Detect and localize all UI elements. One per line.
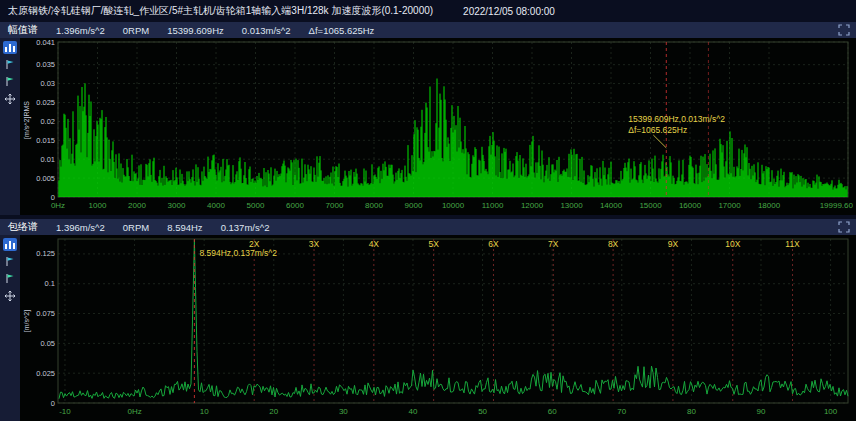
svg-text:30: 30: [339, 407, 348, 416]
svg-text:15399.609Hz,0.013m/s^2: 15399.609Hz,0.013m/s^2: [628, 114, 725, 124]
svg-text:0.015: 0.015: [36, 136, 55, 145]
svg-text:[m/s^2]: [m/s^2]: [23, 310, 31, 332]
svg-text:8000: 8000: [365, 201, 383, 210]
svg-text:[m/s^2]RMS: [m/s^2]RMS: [23, 101, 31, 139]
svg-text:7000: 7000: [326, 201, 344, 210]
svg-text:11X: 11X: [785, 239, 800, 249]
stat-cursor-amplitude: 0.137m/s^2: [221, 222, 270, 233]
envelope-panel-body: 8.594Hz,0.137m/s^22X3X4X5X6X7X8X9X10X11X…: [0, 235, 856, 421]
svg-text:17000: 17000: [718, 201, 741, 210]
svg-text:0.05: 0.05: [40, 339, 55, 348]
svg-text:0.125: 0.125: [36, 249, 55, 258]
svg-text:14000: 14000: [600, 201, 623, 210]
svg-text:0.1: 0.1: [45, 279, 55, 288]
stat-overall-amplitude: 1.396m/s^2: [56, 25, 105, 36]
topbar: 太原钢铁/冷轧硅钢厂/酸连轧_作业区/5#主轧机/齿轮箱1轴输入端3H/128k…: [0, 0, 856, 22]
stat-cursor-frequency: 8.594Hz: [167, 222, 202, 233]
flag-icon[interactable]: [3, 75, 17, 88]
svg-text:0: 0: [51, 193, 55, 202]
svg-text:3000: 3000: [168, 201, 186, 210]
svg-text:90: 90: [757, 407, 766, 416]
stat-rpm: 0RPM: [123, 25, 149, 36]
svg-text:40: 40: [409, 407, 418, 416]
stat-rpm: 0RPM: [123, 222, 149, 233]
svg-text:19999.60: 19999.60: [820, 201, 854, 210]
stat-delta-f: Δf=1065.625Hz: [309, 25, 375, 36]
svg-text:11000: 11000: [482, 201, 504, 210]
envelope-spectrum-panel: 包络谱 1.396m/s^2 0RPM 8.594Hz 0.137m/s^2: [0, 219, 856, 421]
envelope-spectrum-chart[interactable]: 8.594Hz,0.137m/s^22X3X4X5X6X7X8X9X10X11X…: [20, 235, 856, 421]
vibration-analysis-app: 太原钢铁/冷轧硅钢厂/酸连轧_作业区/5#主轧机/齿轮箱1轴输入端3H/128k…: [0, 0, 856, 421]
svg-text:0.02: 0.02: [40, 117, 55, 126]
svg-text:0.025: 0.025: [36, 98, 55, 107]
svg-text:0.025: 0.025: [36, 369, 55, 378]
spectrum-tool-icon[interactable]: [3, 41, 17, 54]
amplitude-spectrum-chart[interactable]: 15399.609Hz,0.013m/s^2Δf=1065.625Hz0Hz10…: [20, 38, 856, 215]
breadcrumb: 太原钢铁/冷轧硅钢厂/酸连轧_作业区/5#主轧机/齿轮箱1轴输入端3H/128k…: [8, 4, 433, 18]
expand-icon[interactable]: [838, 221, 850, 233]
flag-icon[interactable]: [3, 58, 17, 71]
svg-text:4X: 4X: [369, 239, 380, 249]
svg-text:0.035: 0.035: [36, 60, 55, 69]
svg-text:2X: 2X: [249, 239, 260, 249]
svg-text:0.075: 0.075: [36, 309, 55, 318]
svg-text:70: 70: [617, 407, 626, 416]
flag-icon[interactable]: [3, 255, 17, 268]
svg-text:0Hz: 0Hz: [127, 407, 141, 416]
svg-text:4000: 4000: [207, 201, 225, 210]
svg-text:1000: 1000: [89, 201, 107, 210]
spectrum-tool-icon[interactable]: [3, 238, 17, 251]
svg-text:5X: 5X: [428, 239, 439, 249]
flag-icon[interactable]: [3, 272, 17, 285]
svg-text:12000: 12000: [521, 201, 544, 210]
svg-text:18000: 18000: [758, 201, 781, 210]
pan-icon[interactable]: [3, 289, 17, 302]
svg-text:2000: 2000: [128, 201, 146, 210]
svg-text:7X: 7X: [548, 239, 559, 249]
svg-text:Δf=1065.625Hz: Δf=1065.625Hz: [628, 125, 687, 135]
expand-icon[interactable]: [838, 24, 850, 36]
panel-title: 幅值谱: [8, 23, 38, 37]
svg-text:0.041: 0.041: [36, 38, 55, 47]
envelope-panel-header: 包络谱 1.396m/s^2 0RPM 8.594Hz 0.137m/s^2: [0, 219, 856, 235]
svg-text:9X: 9X: [668, 239, 679, 249]
panel-title: 包络谱: [8, 220, 38, 234]
stat-cursor-frequency: 15399.609Hz: [167, 25, 224, 36]
amplitude-panel-body: 15399.609Hz,0.013m/s^2Δf=1065.625Hz0Hz10…: [0, 38, 856, 215]
svg-text:8X: 8X: [608, 239, 619, 249]
svg-text:0.03: 0.03: [40, 79, 55, 88]
svg-text:0Hz: 0Hz: [51, 201, 65, 210]
svg-text:5000: 5000: [247, 201, 265, 210]
svg-text:100: 100: [824, 407, 838, 416]
svg-text:10: 10: [200, 407, 209, 416]
svg-text:8.594Hz,0.137m/s^2: 8.594Hz,0.137m/s^2: [199, 248, 277, 258]
stat-cursor-amplitude: 0.013m/s^2: [242, 25, 291, 36]
svg-text:10000: 10000: [442, 201, 465, 210]
svg-text:3X: 3X: [309, 239, 320, 249]
chart-toolbar: [0, 38, 20, 215]
stat-overall-amplitude: 1.396m/s^2: [56, 222, 105, 233]
svg-text:10X: 10X: [725, 239, 740, 249]
svg-text:-10: -10: [59, 407, 71, 416]
svg-text:15000: 15000: [639, 201, 662, 210]
pan-icon[interactable]: [3, 92, 17, 105]
svg-text:16000: 16000: [679, 201, 702, 210]
datetime-label: 2022/12/05 08:00:00: [463, 6, 555, 17]
svg-text:6X: 6X: [488, 239, 499, 249]
svg-text:50: 50: [478, 407, 487, 416]
amplitude-panel-header: 幅值谱 1.396m/s^2 0RPM 15399.609Hz 0.013m/s…: [0, 22, 856, 38]
svg-text:0.005: 0.005: [36, 174, 55, 183]
svg-text:80: 80: [687, 407, 696, 416]
amplitude-spectrum-panel: 幅值谱 1.396m/s^2 0RPM 15399.609Hz 0.013m/s…: [0, 22, 856, 215]
chart-toolbar: [0, 235, 20, 421]
svg-text:13000: 13000: [560, 201, 583, 210]
svg-text:60: 60: [548, 407, 557, 416]
svg-text:20: 20: [269, 407, 278, 416]
svg-text:0: 0: [51, 399, 55, 408]
svg-text:9000: 9000: [405, 201, 423, 210]
svg-text:0.01: 0.01: [40, 155, 55, 164]
svg-text:6000: 6000: [286, 201, 304, 210]
